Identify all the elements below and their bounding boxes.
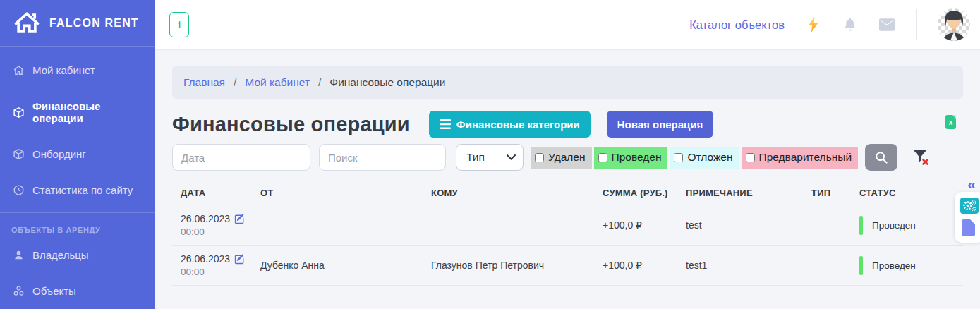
- checkbox[interactable]: [746, 153, 755, 162]
- col-header-note: ПРИМЕЧАНИЕ: [677, 188, 803, 198]
- sidebar-item-label: Финансовые операции: [32, 100, 143, 124]
- status-badge: Проведен: [872, 260, 916, 271]
- breadcrumb: Главная / Мой кабинет / Финансовые опера…: [172, 66, 963, 99]
- gears-icon[interactable]: [960, 198, 979, 214]
- table-header-row: ДАТА ОТ КОМУ СУММА (РУБ.) ПРИМЕЧАНИЕ ТИП…: [172, 181, 963, 205]
- cell-note: test1: [677, 254, 803, 277]
- status-filter-badges: Удален Проведен Отложен Предварительный: [531, 147, 858, 169]
- bell-icon[interactable]: [842, 17, 858, 32]
- main-area: i Каталог объектов Гл: [155, 0, 980, 309]
- cube-icon: [13, 148, 25, 160]
- sidebar-item-financial-operations[interactable]: Финансовые операции: [0, 88, 155, 136]
- sidebar-section-label: ОБЪЕКТЫ В АРЕНДУ: [0, 213, 155, 237]
- sidebar-item-owners[interactable]: Владельцы: [0, 237, 155, 273]
- excel-file-icon[interactable]: x: [945, 115, 956, 129]
- title-row: Финансовые операции Финансовые категории…: [172, 111, 963, 138]
- info-button[interactable]: i: [169, 12, 189, 37]
- sidebar-item-onboarding[interactable]: Онбординг: [0, 136, 155, 172]
- home-icon: [13, 64, 25, 76]
- date-value: 26.06.2023: [181, 213, 230, 224]
- document-icon[interactable]: [960, 219, 979, 237]
- financial-categories-button[interactable]: Финансовые категории: [429, 111, 591, 138]
- hamburger-icon: [440, 119, 451, 129]
- filter-checkbox-completed[interactable]: Проведен: [594, 147, 668, 169]
- sidebar-item-label: Онбординг: [32, 148, 86, 160]
- user-avatar[interactable]: [938, 8, 970, 41]
- cube-icon: [13, 107, 25, 119]
- app-window: FALCON RENT Мой кабинет Финансовые опера…: [0, 0, 980, 309]
- page-content: Главная / Мой кабинет / Финансовые опера…: [155, 49, 980, 309]
- cell-to: [423, 219, 594, 231]
- date-value: 26.06.2023: [181, 253, 230, 265]
- new-operation-label: Новая операция: [617, 119, 703, 131]
- cell-amount: +100,0 ₽: [594, 254, 677, 277]
- type-select[interactable]: Тип: [456, 144, 524, 171]
- table-row: 26.06.2023 00:00 +100,0 ₽ test: [172, 205, 963, 246]
- sidebar-item-my-cabinet[interactable]: Мой кабинет: [0, 52, 155, 88]
- cell-to: Глазунов Петр Петрович: [423, 254, 594, 277]
- sidebar-item-site-statistics[interactable]: Статистика по сайту: [0, 172, 155, 208]
- chevron-down-icon: [507, 154, 516, 160]
- date-input[interactable]: [172, 144, 310, 171]
- table-row: 26.06.2023 00:00 Дубенко Анна Глазунов П…: [172, 246, 963, 286]
- cell-from: [252, 219, 423, 231]
- filter-label: Проведен: [612, 151, 662, 164]
- financial-categories-label: Финансовые категории: [456, 119, 580, 131]
- col-header-from: ОТ: [252, 188, 423, 198]
- topbar: i Каталог объектов: [155, 0, 980, 49]
- magnifier-icon: [875, 151, 888, 164]
- user-icon: [13, 249, 25, 261]
- filter-checkbox-preliminary[interactable]: Предварительный: [742, 147, 859, 169]
- filter-checkbox-postponed[interactable]: Отложен: [670, 147, 739, 169]
- time-value: 00:00: [181, 226, 246, 237]
- collapse-panel-icon[interactable]: «: [967, 176, 976, 191]
- sidebar-item-label: Мой кабинет: [32, 64, 95, 76]
- cell-type: [803, 219, 851, 231]
- checkbox[interactable]: [535, 153, 544, 162]
- search-button[interactable]: [865, 144, 897, 171]
- type-select-value: Тип: [466, 151, 485, 164]
- clear-filter-icon[interactable]: [912, 149, 931, 166]
- page-title: Финансовые операции: [172, 113, 410, 136]
- status-indicator: [859, 256, 863, 275]
- cell-status: Проведен: [851, 250, 963, 281]
- cell-date: 26.06.2023 00:00: [172, 248, 252, 283]
- sidebar-item-label: Объекты: [32, 285, 76, 297]
- sidebar: FALCON RENT Мой кабинет Финансовые опера…: [0, 0, 155, 309]
- envelope-icon[interactable]: [879, 17, 895, 32]
- breadcrumb-separator: /: [318, 76, 321, 89]
- catalog-link[interactable]: Каталог объектов: [689, 18, 785, 32]
- breadcrumb-separator: /: [234, 76, 236, 89]
- new-operation-button[interactable]: Новая операция: [607, 111, 714, 138]
- col-header-amount: СУММА (РУБ.): [594, 188, 677, 198]
- search-input[interactable]: [319, 144, 446, 171]
- filter-checkbox-deleted[interactable]: Удален: [531, 147, 592, 169]
- filter-label: Предварительный: [759, 151, 852, 164]
- col-header-to: КОМУ: [423, 188, 594, 198]
- checkbox[interactable]: [674, 153, 683, 162]
- edit-icon[interactable]: [234, 254, 245, 265]
- cell-date: 26.06.2023 00:00: [172, 207, 252, 243]
- lightning-icon[interactable]: [806, 17, 821, 32]
- edit-icon[interactable]: [234, 214, 245, 224]
- home-icon: [13, 10, 41, 37]
- brand-name: FALCON RENT: [49, 17, 139, 30]
- sidebar-item-label: Владельцы: [32, 249, 89, 261]
- breadcrumb-home-link[interactable]: Главная: [183, 76, 225, 89]
- brand-logo[interactable]: FALCON RENT: [0, 0, 155, 47]
- status-badge: Проведен: [872, 220, 916, 231]
- sidebar-item-objects[interactable]: Объекты: [0, 273, 155, 309]
- time-value: 00:00: [181, 267, 246, 277]
- cell-note: test: [677, 214, 803, 236]
- sidebar-item-label: Статистика по сайту: [32, 184, 133, 196]
- breadcrumb-cabinet-link[interactable]: Мой кабинет: [245, 76, 310, 89]
- col-header-type: ТИП: [803, 188, 851, 198]
- cell-status: Проведен: [851, 210, 963, 241]
- breadcrumb-current: Финансовые операции: [329, 76, 445, 89]
- filter-label: Отложен: [687, 151, 732, 164]
- status-indicator: [859, 216, 863, 235]
- col-header-status: СТАТУС: [851, 188, 963, 198]
- checkbox[interactable]: [598, 153, 607, 162]
- cell-type: [803, 260, 851, 271]
- filter-row: Тип Удален Проведен Отложен: [172, 144, 963, 171]
